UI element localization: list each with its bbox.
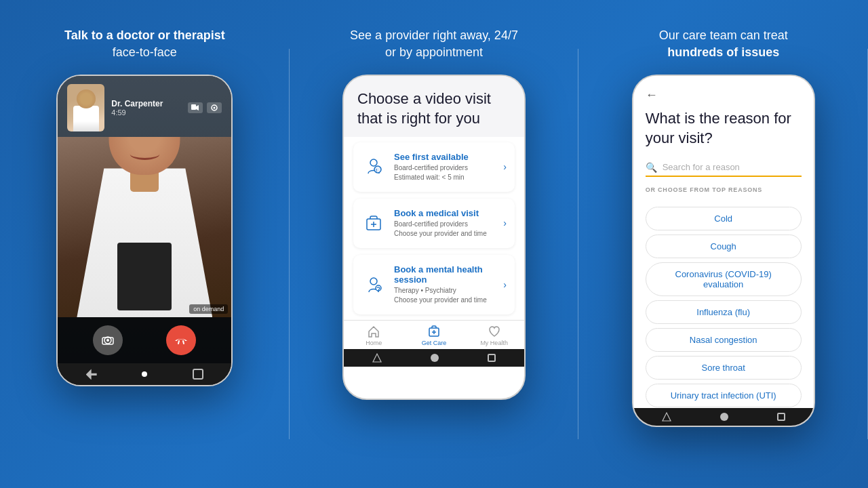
visit-card-first-available[interactable]: ! See first available Board-certified pr…: [353, 142, 515, 192]
panel2-title: See a provider right away, 24/7 or by ap…: [350, 27, 518, 61]
first-available-title: See first available: [394, 152, 495, 162]
first-available-text: See first available Board-certified prov…: [394, 152, 495, 182]
phone2-android-nav: [344, 349, 524, 367]
mental-text: Book a mental health session Therapy • P…: [394, 264, 495, 305]
tab-my-health-label: My Health: [480, 340, 508, 346]
reason-sore-throat[interactable]: Sore throat: [646, 356, 802, 380]
panel1-title: Talk to a doctor or therapist face-to-fa…: [64, 27, 225, 61]
panel-video-call: Talk to a doctor or therapist face-to-fa…: [0, 0, 290, 488]
phone2-content: Choose a video visit that is right for y…: [344, 76, 524, 366]
phone-frame-2: Choose a video visit that is right for y…: [342, 75, 526, 400]
on-demand-label: on demand: [189, 304, 228, 314]
medical-sub: Board-certified providersChoose your pro…: [394, 220, 495, 239]
end-call-button[interactable]: [166, 325, 196, 355]
mental-title: Book a mental health session: [394, 264, 495, 285]
camera-flip-icon[interactable]: [207, 102, 222, 113]
nav-recents[interactable]: [193, 369, 203, 380]
doctor-info: Dr. Carpenter 4:59: [111, 99, 188, 117]
nav-home[interactable]: [142, 371, 147, 377]
phone-nav-1: [58, 363, 231, 385]
search-icon: 🔍: [646, 162, 657, 173]
or-choose-label: OR CHOOSE FROM TOP REASONS: [646, 186, 802, 193]
doctor-name: Dr. Carpenter: [111, 99, 188, 108]
medical-chevron: ›: [503, 218, 507, 228]
reason-flu[interactable]: Influenza (flu): [646, 300, 802, 324]
visit-card-mental[interactable]: Book a mental health session Therapy • P…: [353, 255, 515, 314]
first-available-icon: !: [361, 155, 386, 179]
reason-cold[interactable]: Cold: [646, 207, 802, 230]
reason-uti[interactable]: Urinary tract infection (UTI): [646, 384, 802, 407]
svg-point-15: [370, 278, 377, 285]
call-controls: [58, 317, 231, 363]
tab-home-label: Home: [366, 340, 382, 346]
android-recents-3[interactable]: [777, 413, 785, 421]
phone2-tab-bar: Home Get Care My Health: [344, 320, 524, 349]
panel3-title: Our care team can treat hundreds of issu…: [659, 27, 788, 61]
svg-marker-22: [663, 413, 671, 421]
svg-point-3: [214, 107, 216, 109]
camera-button[interactable]: [93, 325, 123, 355]
medical-title: Book a medical visit: [394, 208, 495, 218]
reason-covid[interactable]: Coronavirus (COVID-19) evaluation: [646, 262, 802, 296]
tab-my-health[interactable]: My Health: [474, 325, 515, 346]
panel-reason-visit: Our care team can treat hundreds of issu…: [578, 0, 868, 488]
phone3-header: ← What is the reason for your visit? 🔍 S…: [633, 76, 814, 206]
tab-get-care[interactable]: Get Care: [414, 325, 454, 346]
mental-chevron: ›: [503, 279, 507, 290]
call-timer: 4:59: [111, 108, 188, 117]
video-background: Dr. Carpenter 4:59: [58, 76, 231, 385]
tab-get-care-label: Get Care: [422, 340, 447, 346]
search-bar[interactable]: 🔍 Search for a reason: [646, 159, 802, 177]
phone-frame-1: Dr. Carpenter 4:59: [56, 75, 233, 386]
reason-list: Cold Cough Coronavirus (COVID-19) evalua…: [633, 207, 814, 409]
tab-home[interactable]: Home: [353, 325, 394, 346]
main-video-area: on demand: [58, 137, 231, 317]
svg-marker-1: [196, 105, 199, 110]
dark-shirt: [117, 243, 172, 310]
mental-sub: Therapy • PsychiatryChoose your provider…: [394, 286, 495, 305]
svg-point-9: [370, 159, 377, 166]
first-available-chevron: ›: [503, 161, 507, 172]
reason-cough[interactable]: Cough: [646, 235, 802, 258]
visit-reason-title: What is the reason for your visit?: [646, 109, 802, 148]
reason-nasal[interactable]: Nasal congestion: [646, 328, 802, 352]
svg-line-8: [183, 341, 184, 344]
visit-options-list: ! See first available Board-certified pr…: [344, 137, 524, 320]
svg-point-17: [378, 291, 378, 291]
doctor-thumbnail: [67, 84, 104, 131]
search-placeholder-text: Search for a reason: [663, 162, 802, 172]
phone3-android-nav: [633, 408, 814, 426]
android-recents[interactable]: [488, 354, 496, 362]
svg-point-5: [106, 339, 109, 342]
medical-text: Book a medical visit Board-certified pro…: [394, 208, 495, 239]
call-header-icons: [188, 102, 222, 113]
android-home-3[interactable]: [720, 413, 728, 421]
video-header: Dr. Carpenter 4:59: [58, 76, 231, 137]
phone-frame-3: ← What is the reason for your visit? 🔍 S…: [632, 75, 815, 427]
visit-card-medical[interactable]: Book a medical visit Board-certified pro…: [353, 199, 515, 248]
svg-marker-21: [373, 354, 381, 362]
phone3-content: ← What is the reason for your visit? 🔍 S…: [633, 76, 814, 426]
panel-choose-visit: See a provider right away, 24/7 or by ap…: [290, 0, 579, 488]
first-available-sub: Board-certified providersEstimated wait:…: [394, 163, 495, 182]
svg-line-7: [178, 341, 179, 344]
back-button[interactable]: ←: [646, 88, 802, 102]
medical-icon: [361, 211, 386, 235]
svg-text:!: !: [376, 168, 377, 173]
mental-health-icon: [361, 272, 386, 297]
video-icon[interactable]: [188, 102, 203, 113]
nav-back[interactable]: [86, 369, 97, 380]
phone2-header: Choose a video visit that is right for y…: [344, 76, 524, 136]
android-home[interactable]: [431, 354, 439, 362]
smile: [130, 148, 159, 160]
choose-visit-title: Choose a video visit that is right for y…: [357, 89, 511, 128]
svg-rect-0: [191, 104, 196, 110]
